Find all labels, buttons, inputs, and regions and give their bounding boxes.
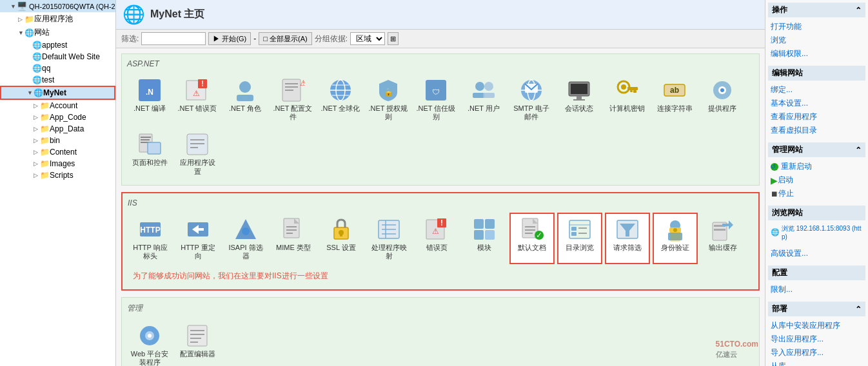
action-browse[interactable]: 浏览 [768, 34, 865, 47]
site-icon: 🌐 [32, 41, 42, 50]
icon-http-redirect[interactable]: HTTP 重定向 [175, 213, 221, 264]
sidebar-item-test[interactable]: 🌐 test [0, 74, 115, 86]
action-export-app[interactable]: 导出应用程序... [768, 332, 865, 346]
net-authz-label: .NET 授权规则 [368, 104, 408, 121]
svg-rect-31 [577, 96, 582, 99]
icon-net-globalize[interactable]: .NET 全球化 [318, 73, 363, 125]
edit-website-header: 编辑网站 [768, 66, 865, 81]
handler-map-icon [376, 217, 402, 242]
sidebar-item-apptest[interactable]: 🌐 apptest [0, 39, 115, 51]
action-view-apps[interactable]: 查看应用程序 [768, 110, 865, 124]
sidebar-item-qq[interactable]: 🌐 qq [0, 63, 115, 74]
action-from-lib[interactable]: 从库... [768, 360, 865, 366]
browse-website-section: 🌐 浏览 192.168.1.15:8093 (http) [768, 223, 865, 242]
filter-input[interactable] [141, 32, 206, 45]
sidebar-item-mynet[interactable]: ▼ 🌐 MyNet [0, 86, 115, 100]
grid-view-btn[interactable]: ⊞ [388, 32, 399, 45]
icon-auth[interactable]: 身份验证 [653, 213, 698, 264]
icon-mime-type[interactable]: MIME 类型 [271, 213, 316, 264]
advanced-settings-section: 高级设置... [768, 247, 865, 260]
sidebar-item-appdata[interactable]: ▷ 📁 App_Data [0, 123, 115, 135]
icon-pagecontrol[interactable]: 页面和控件 [127, 128, 172, 179]
icon-connstring[interactable]: ab 连接字符串 [652, 73, 697, 125]
sidebar-server[interactable]: ▼ 🖥️ QH-20150706QWTA (QH-2 [0, 0, 115, 12]
svg-text:⚠: ⚠ [300, 79, 305, 88]
icon-dir-browse[interactable]: 目录浏览 [557, 213, 602, 264]
aspnet-section: ASP.NET .N .NET 编译 ⚠! .NET 错误页 [121, 53, 760, 186]
action-advanced-settings[interactable]: 高级设置... [768, 247, 865, 260]
svg-rect-22 [473, 93, 484, 98]
isapi-filter-icon [233, 217, 259, 242]
iis-section: IIS HTTP HTTP 响应标头 HTTP 重定向 [121, 192, 760, 291]
sidebar-item-account[interactable]: ▷ 📁 Account [0, 100, 115, 111]
sidebar-item-bin[interactable]: ▷ 📁 bin [0, 135, 115, 146]
icon-net-user[interactable]: .NET 用户 [461, 73, 506, 125]
icon-isapi-filter[interactable]: ISAPI 筛选器 [223, 213, 268, 264]
icon-net-config[interactable]: ⚠ .NET 配置文件 [270, 73, 315, 125]
action-view-vdirs[interactable]: 查看虚拟目录 [768, 124, 865, 137]
deploy-header: 部署 ⌃ [768, 302, 865, 316]
dir-browse-label: 目录浏览 [566, 244, 594, 252]
icon-appsettings[interactable]: 应用程序设置 [175, 128, 220, 179]
icon-net-authz[interactable]: 🔒 .NET 授权规则 [366, 73, 411, 125]
show-all-button[interactable]: □ 全部显示(A) [259, 32, 311, 45]
edit-website-section: 绑定... 基本设置... 查看应用程序 查看虚拟目录 [768, 83, 865, 137]
icon-webplatform[interactable]: Web 平台安装程序 [127, 319, 172, 366]
sidebar-label: apptest [42, 41, 67, 50]
svg-rect-37 [630, 90, 633, 92]
module-label: 模块 [477, 244, 491, 252]
iis-icons-grid: HTTP HTTP 响应标头 HTTP 重定向 ISAPI 筛选器 [128, 213, 753, 264]
icon-machinekey[interactable]: 计算机密钥 [604, 73, 649, 125]
sidebar-item-websites[interactable]: ▼ 🌐 网站 [0, 26, 115, 39]
group-by-select[interactable]: 区域 [350, 32, 385, 45]
action-stop[interactable]: ⏹ 停止 [768, 187, 865, 200]
sidebar-item-appcode[interactable]: ▷ 📁 App_Code [0, 111, 115, 123]
icon-net-errorpage[interactable]: ⚠! .NET 错误页 [175, 73, 220, 125]
icon-req-filter[interactable]: 请求筛选 [605, 213, 650, 264]
icon-configeditor[interactable]: 配置编辑器 [175, 319, 220, 366]
sidebar-label: Images [50, 159, 75, 168]
start-button[interactable]: ▶ 开始(G) [208, 32, 251, 45]
action-import-app[interactable]: 导入应用程序... [768, 346, 865, 360]
icon-net-role[interactable]: .NET 角色 [222, 73, 268, 125]
site-icon: 🌐 [32, 75, 42, 84]
svg-rect-24 [483, 93, 495, 98]
net-globalize-icon [328, 77, 353, 103]
main-content: 🌐 MyNet 主页 筛选: ▶ 开始(G) - □ 全部显示(A) 分组依据:… [116, 0, 765, 366]
icon-net-trust[interactable]: 🛡 .NET 信任级别 [413, 73, 459, 125]
icon-net-compile[interactable]: .N .NET 编译 [127, 73, 172, 125]
folder-icon: 📁 [25, 15, 34, 24]
action-limit[interactable]: 限制... [768, 283, 865, 296]
icon-output-cache[interactable]: 输出缓存 [700, 213, 745, 264]
pagecontrol-label: 页面和控件 [132, 159, 168, 167]
webplatform-label: Web 平台安装程序 [130, 350, 170, 366]
icon-error-page[interactable]: !⚠ 错误页 [414, 213, 459, 264]
action-start[interactable]: ▶ 启动 [768, 173, 865, 187]
sidebar-item-defaultwebsite[interactable]: 🌐 Default Web Site [0, 51, 115, 63]
icon-default-doc[interactable]: ✓ 默认文档 [509, 213, 555, 264]
icon-module[interactable]: 模块 [462, 213, 507, 264]
icon-http-response[interactable]: HTTP HTTP 响应标头 [128, 213, 173, 264]
action-restart[interactable]: ↺ 重新启动 [768, 160, 865, 173]
handler-map-label: 处理程序映射 [369, 244, 409, 260]
svg-point-56 [242, 227, 250, 235]
folder-icon: 📁 [40, 113, 50, 122]
sidebar-item-apppool[interactable]: ▷ 📁 应用程序池 [0, 12, 115, 26]
icon-provider[interactable]: 提供程序 [700, 73, 745, 125]
sidebar-item-scripts[interactable]: ▷ 📁 Scripts [0, 169, 115, 181]
sidebar-item-content[interactable]: ▷ 📁 Content [0, 146, 115, 158]
action-basic-settings[interactable]: 基本设置... [768, 97, 865, 110]
action-edit-perms[interactable]: 编辑权限... [768, 47, 865, 61]
action-bind[interactable]: 绑定... [768, 83, 865, 97]
action-browse-addr[interactable]: 🌐 浏览 192.168.1.15:8093 (http) [768, 223, 865, 242]
icon-session[interactable]: 会话状态 [557, 73, 602, 125]
sidebar-label: qq [42, 64, 50, 73]
icon-handler-map[interactable]: 处理程序映射 [366, 213, 411, 264]
sidebar-item-images[interactable]: ▷ 📁 Images [0, 158, 115, 169]
icon-smtp[interactable]: SMTP 电子邮件 [509, 73, 554, 125]
action-install-from-gallery[interactable]: 从库中安装应用程序 [768, 319, 865, 332]
icon-ssl[interactable]: SSL 设置 [319, 213, 364, 264]
stop-icon: ⏹ [771, 189, 778, 198]
action-open-feature[interactable]: 打开功能 [768, 20, 865, 34]
websites-icon: 🌐 [25, 28, 34, 37]
